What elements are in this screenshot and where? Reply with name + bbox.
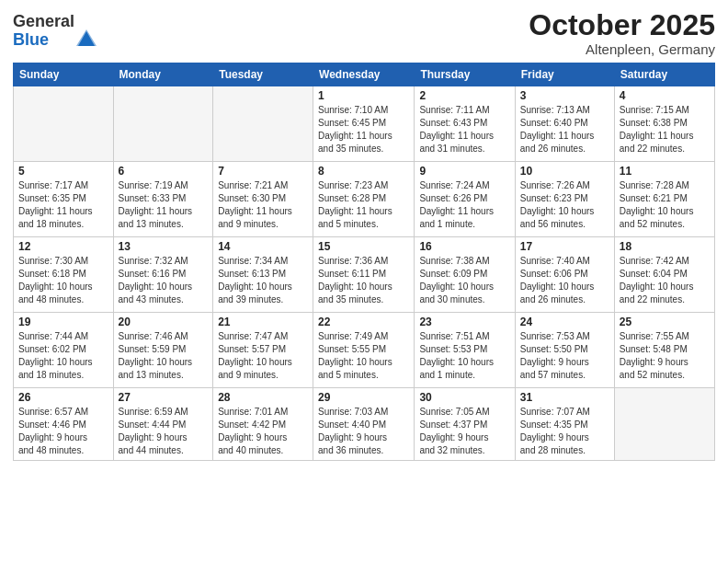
calendar-cell: 11Sunrise: 7:28 AM Sunset: 6:21 PM Dayli… (614, 162, 714, 237)
day-number: 13 (119, 240, 209, 253)
col-thursday: Thursday (415, 63, 515, 86)
col-monday: Monday (113, 63, 213, 86)
day-info: Sunrise: 7:13 AM Sunset: 6:40 PM Dayligh… (520, 104, 609, 155)
calendar-cell: 28Sunrise: 7:01 AM Sunset: 4:42 PM Dayli… (213, 388, 313, 461)
day-info: Sunrise: 7:19 AM Sunset: 6:33 PM Dayligh… (119, 179, 209, 231)
day-number: 5 (18, 165, 108, 178)
day-number: 8 (318, 165, 409, 178)
calendar-cell (113, 86, 213, 162)
calendar-week-5: 26Sunrise: 6:57 AM Sunset: 4:46 PM Dayli… (14, 388, 715, 461)
day-number: 29 (318, 391, 409, 404)
day-info: Sunrise: 7:03 AM Sunset: 4:40 PM Dayligh… (318, 406, 409, 457)
calendar-cell: 29Sunrise: 7:03 AM Sunset: 4:40 PM Dayli… (313, 388, 415, 461)
day-info: Sunrise: 7:24 AM Sunset: 6:26 PM Dayligh… (419, 179, 509, 231)
day-number: 14 (218, 240, 308, 253)
calendar-cell: 18Sunrise: 7:42 AM Sunset: 6:04 PM Dayli… (614, 237, 714, 313)
title-block: October 2025 Altenpleen, Germany (529, 9, 715, 57)
day-info: Sunrise: 7:44 AM Sunset: 6:02 PM Dayligh… (18, 330, 108, 382)
day-number: 12 (18, 240, 108, 253)
calendar-cell: 9Sunrise: 7:24 AM Sunset: 6:26 PM Daylig… (415, 162, 515, 237)
day-info: Sunrise: 7:17 AM Sunset: 6:35 PM Dayligh… (18, 179, 108, 231)
day-number: 22 (318, 316, 409, 328)
day-info: Sunrise: 7:38 AM Sunset: 6:09 PM Dayligh… (419, 255, 509, 306)
calendar-cell (14, 86, 114, 162)
day-info: Sunrise: 7:26 AM Sunset: 6:23 PM Dayligh… (520, 179, 609, 231)
calendar-cell: 16Sunrise: 7:38 AM Sunset: 6:09 PM Dayli… (415, 237, 515, 313)
calendar-cell: 27Sunrise: 6:59 AM Sunset: 4:44 PM Dayli… (113, 388, 213, 461)
day-number: 17 (520, 240, 609, 253)
calendar-table: Sunday Monday Tuesday Wednesday Thursday… (13, 63, 715, 461)
calendar-cell: 4Sunrise: 7:15 AM Sunset: 6:38 PM Daylig… (614, 86, 714, 162)
col-saturday: Saturday (614, 63, 714, 86)
day-info: Sunrise: 7:15 AM Sunset: 6:38 PM Dayligh… (620, 104, 710, 155)
logo: General Blue (13, 13, 97, 50)
day-info: Sunrise: 7:51 AM Sunset: 5:53 PM Dayligh… (419, 330, 509, 382)
day-info: Sunrise: 7:23 AM Sunset: 6:28 PM Dayligh… (318, 179, 409, 231)
calendar-cell: 14Sunrise: 7:34 AM Sunset: 6:13 PM Dayli… (213, 237, 313, 313)
day-number: 9 (419, 165, 509, 178)
logo-icon (76, 28, 97, 48)
day-info: Sunrise: 7:11 AM Sunset: 6:43 PM Dayligh… (419, 104, 509, 155)
day-number: 27 (119, 391, 209, 404)
day-info: Sunrise: 7:28 AM Sunset: 6:21 PM Dayligh… (620, 179, 710, 231)
col-friday: Friday (515, 63, 614, 86)
logo-blue: Blue (13, 31, 74, 50)
header: General Blue October 2025 Altenpleen, Ge… (13, 9, 715, 57)
day-number: 23 (419, 316, 509, 328)
col-wednesday: Wednesday (313, 63, 415, 86)
day-info: Sunrise: 7:55 AM Sunset: 5:48 PM Dayligh… (620, 330, 710, 382)
day-number: 7 (218, 165, 308, 178)
calendar-cell: 23Sunrise: 7:51 AM Sunset: 5:53 PM Dayli… (415, 313, 515, 388)
day-number: 1 (318, 89, 409, 102)
logo-text: General Blue (13, 13, 74, 50)
calendar-cell: 3Sunrise: 7:13 AM Sunset: 6:40 PM Daylig… (515, 86, 614, 162)
day-number: 30 (419, 391, 509, 404)
calendar-week-2: 5Sunrise: 7:17 AM Sunset: 6:35 PM Daylig… (14, 162, 715, 237)
day-number: 21 (218, 316, 308, 328)
day-number: 6 (119, 165, 209, 178)
day-number: 26 (18, 391, 108, 404)
day-number: 16 (419, 240, 509, 253)
calendar-cell: 13Sunrise: 7:32 AM Sunset: 6:16 PM Dayli… (113, 237, 213, 313)
day-number: 10 (520, 165, 609, 178)
page: General Blue October 2025 Altenpleen, Ge… (0, 0, 728, 563)
day-info: Sunrise: 7:34 AM Sunset: 6:13 PM Dayligh… (218, 255, 308, 306)
day-info: Sunrise: 6:57 AM Sunset: 4:46 PM Dayligh… (18, 406, 108, 457)
day-info: Sunrise: 7:49 AM Sunset: 5:55 PM Dayligh… (318, 330, 409, 382)
calendar-cell: 30Sunrise: 7:05 AM Sunset: 4:37 PM Dayli… (415, 388, 515, 461)
day-number: 3 (520, 89, 609, 102)
header-row: Sunday Monday Tuesday Wednesday Thursday… (14, 63, 715, 86)
calendar-week-4: 19Sunrise: 7:44 AM Sunset: 6:02 PM Dayli… (14, 313, 715, 388)
day-number: 11 (620, 165, 710, 178)
calendar-cell: 15Sunrise: 7:36 AM Sunset: 6:11 PM Dayli… (313, 237, 415, 313)
day-number: 28 (218, 391, 308, 404)
col-tuesday: Tuesday (213, 63, 313, 86)
calendar-week-3: 12Sunrise: 7:30 AM Sunset: 6:18 PM Dayli… (14, 237, 715, 313)
calendar-cell (614, 388, 714, 461)
logo-general: General (13, 13, 74, 31)
day-number: 15 (318, 240, 409, 253)
day-number: 18 (620, 240, 710, 253)
calendar-cell: 24Sunrise: 7:53 AM Sunset: 5:50 PM Dayli… (515, 313, 614, 388)
calendar-cell: 1Sunrise: 7:10 AM Sunset: 6:45 PM Daylig… (313, 86, 415, 162)
calendar-week-1: 1Sunrise: 7:10 AM Sunset: 6:45 PM Daylig… (14, 86, 715, 162)
day-info: Sunrise: 7:01 AM Sunset: 4:42 PM Dayligh… (218, 406, 308, 457)
calendar-cell (213, 86, 313, 162)
day-info: Sunrise: 7:05 AM Sunset: 4:37 PM Dayligh… (419, 406, 509, 457)
calendar-cell: 26Sunrise: 6:57 AM Sunset: 4:46 PM Dayli… (14, 388, 114, 461)
calendar-cell: 6Sunrise: 7:19 AM Sunset: 6:33 PM Daylig… (113, 162, 213, 237)
subtitle: Altenpleen, Germany (529, 41, 715, 57)
calendar-cell: 5Sunrise: 7:17 AM Sunset: 6:35 PM Daylig… (14, 162, 114, 237)
day-info: Sunrise: 6:59 AM Sunset: 4:44 PM Dayligh… (119, 406, 209, 457)
day-info: Sunrise: 7:10 AM Sunset: 6:45 PM Dayligh… (318, 104, 409, 155)
calendar-cell: 10Sunrise: 7:26 AM Sunset: 6:23 PM Dayli… (515, 162, 614, 237)
day-number: 24 (520, 316, 609, 328)
calendar-cell: 17Sunrise: 7:40 AM Sunset: 6:06 PM Dayli… (515, 237, 614, 313)
day-info: Sunrise: 7:30 AM Sunset: 6:18 PM Dayligh… (18, 255, 108, 306)
col-sunday: Sunday (14, 63, 114, 86)
day-info: Sunrise: 7:40 AM Sunset: 6:06 PM Dayligh… (520, 255, 609, 306)
calendar-cell: 8Sunrise: 7:23 AM Sunset: 6:28 PM Daylig… (313, 162, 415, 237)
day-info: Sunrise: 7:46 AM Sunset: 5:59 PM Dayligh… (119, 330, 209, 382)
calendar-cell: 21Sunrise: 7:47 AM Sunset: 5:57 PM Dayli… (213, 313, 313, 388)
calendar-cell: 25Sunrise: 7:55 AM Sunset: 5:48 PM Dayli… (614, 313, 714, 388)
